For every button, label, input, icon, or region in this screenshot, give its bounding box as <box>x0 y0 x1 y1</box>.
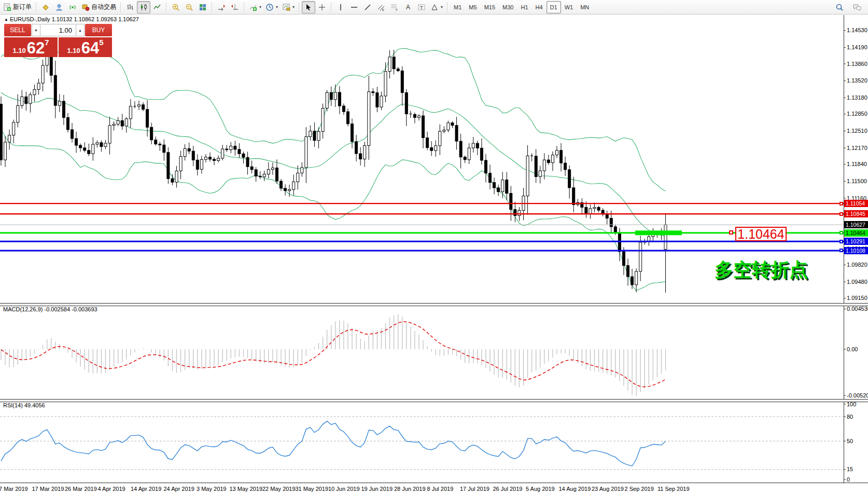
price-tag: 1.11054 <box>844 200 868 207</box>
date-axis-label: 22 May 2019 <box>262 486 296 492</box>
sell-price-sup: 7 <box>45 38 49 47</box>
date-axis-label: 19 Jun 2019 <box>361 486 393 492</box>
price-gridline-label: 1.11840 <box>847 161 867 167</box>
price-gridline-label: 1.13520 <box>847 77 867 84</box>
price-tag: 1.10627 <box>844 221 868 228</box>
macd-axis-label: -0.005205 <box>847 392 868 399</box>
level-line-axis-marker[interactable] <box>839 240 843 243</box>
level-line-axis-marker[interactable] <box>839 212 843 216</box>
date-axis-label: 13 May 2019 <box>230 486 263 492</box>
volume-input[interactable]: 1.00 <box>41 24 75 36</box>
date-axis-label: 2 Sep 2019 <box>625 486 654 492</box>
macd-axis-label: 0.004536 <box>847 306 868 312</box>
price-gridline-label: 1.09820 <box>847 262 867 268</box>
rsi-axis-label: 80 <box>847 414 853 420</box>
rsi-axis-label: 50 <box>847 438 853 444</box>
date-axis-label: 23 Aug 2019 <box>592 486 624 492</box>
price-gridline-label: 1.14190 <box>847 44 867 50</box>
ohlc-values: 1.10132 1.10862 1.09263 1.10627 <box>52 16 139 22</box>
date-axis-label: 26 Mar 2019 <box>65 486 97 492</box>
level-line-anchor[interactable] <box>729 230 733 235</box>
level-line-axis-marker[interactable] <box>839 249 843 252</box>
buy-quote[interactable]: 1.10 64 5 <box>59 37 112 57</box>
turning-point-text[interactable]: 多空转折点 <box>715 257 808 283</box>
rsi-axis-label: 0 <box>847 476 850 483</box>
level-price-label[interactable]: 1.10464 <box>735 227 787 241</box>
date-axis-label: 17 Jul 2019 <box>460 486 489 492</box>
price-gridline-label: 1.12170 <box>847 145 867 151</box>
buy-price-small: 1.10 <box>67 47 80 54</box>
date-axis-label: 28 Jun 2019 <box>394 486 426 492</box>
date-axis-label: 8 Jul 2019 <box>427 486 454 492</box>
symbol-period-label: EURUSD-,Daily <box>10 16 50 22</box>
macd-panel <box>1 314 666 396</box>
date-axis-label: 14 Aug 2019 <box>559 486 591 492</box>
rsi-axis-label: 15 <box>847 466 853 472</box>
price-tag: 1.10845 <box>844 210 868 217</box>
collapse-arrow-icon[interactable]: ▲ <box>4 17 8 22</box>
date-axis-label: 26 Jul 2019 <box>493 486 523 492</box>
macd-axis-label: 0.00 <box>847 346 858 352</box>
price-gridline-label: 1.13860 <box>847 61 867 67</box>
date-axis-label: 14 Apr 2019 <box>131 486 161 492</box>
chart-canvas[interactable] <box>0 0 868 494</box>
level-line-axis-marker[interactable] <box>839 202 843 205</box>
chart-info-line: ▲ EURUSD-,Daily 1.10132 1.10862 1.09263 … <box>4 16 139 22</box>
macd-info-label: MACD(12,26,9) -0.002584 -0.003693 <box>3 306 97 312</box>
date-axis[interactable]: 7 Mar 201917 Mar 201926 Mar 20194 Apr 20… <box>0 483 868 494</box>
buy-price-big: 64 <box>81 40 99 56</box>
main-macd-divider[interactable] <box>0 303 868 306</box>
rsi-info-label: RSI(14) 49.4056 <box>3 402 45 408</box>
date-axis-label: 31 May 2019 <box>296 486 329 492</box>
date-axis-label: 7 Mar 2019 <box>0 486 28 492</box>
price-tag: 1.10108 <box>844 247 868 254</box>
buy-button[interactable]: BUY <box>85 24 112 36</box>
price-gridline-label: 1.13180 <box>847 94 867 101</box>
price-gridline-label: 1.11500 <box>847 178 867 184</box>
date-axis-label: 17 Mar 2019 <box>32 486 64 492</box>
date-axis-label: 11 Sep 2019 <box>657 486 690 492</box>
price-gridline-label: 1.14530 <box>847 27 867 33</box>
price-tag: 1.10291 <box>844 238 868 245</box>
level-line-axis-marker[interactable] <box>839 231 843 235</box>
price-gridline-label: 1.12850 <box>847 111 867 117</box>
sell-price-small: 1.10 <box>12 47 25 54</box>
rsi-panel <box>0 417 844 470</box>
volume-up-button[interactable]: ▲ <box>76 24 85 36</box>
mt4-terminal: { "toolbar": { "buttons": [ {"name":"new… <box>0 0 868 494</box>
date-axis-label: 4 Apr 2019 <box>98 486 125 492</box>
date-axis-label: 3 May 2019 <box>197 486 226 492</box>
main-chart-panel <box>0 48 844 293</box>
price-gridline-label: 1.12510 <box>847 128 867 134</box>
price-tag: 1.10464 <box>844 229 868 237</box>
date-axis-label: 24 Apr 2019 <box>164 486 194 492</box>
date-axis-label: 10 Jun 2019 <box>328 486 360 492</box>
macd-rsi-divider[interactable] <box>0 399 868 402</box>
price-gridline-label: 1.09150 <box>847 295 867 301</box>
one-click-trading-panel: SELL ▼ 1.00 ▲ BUY 1.10 62 7 1.10 64 5 <box>4 24 112 57</box>
buy-price-sup: 5 <box>99 38 103 47</box>
volume-down-button[interactable]: ▼ <box>32 24 40 36</box>
date-axis-label: 5 Aug 2019 <box>526 486 555 492</box>
sell-button[interactable]: SELL <box>4 24 31 36</box>
sell-quote[interactable]: 1.10 62 7 <box>4 37 58 57</box>
price-gridline-label: 1.09480 <box>847 279 867 285</box>
rsi-axis-label: 100 <box>847 401 856 407</box>
sell-price-big: 62 <box>27 40 45 56</box>
